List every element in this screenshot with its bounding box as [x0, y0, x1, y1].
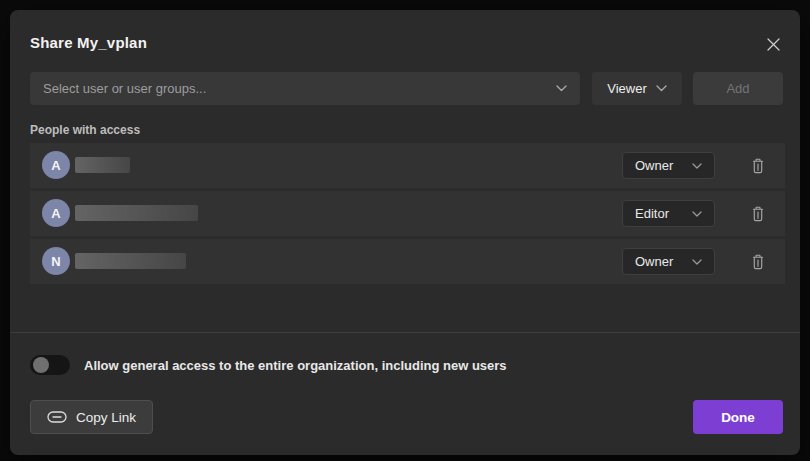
remove-person-button[interactable]: [743, 191, 773, 236]
chevron-down-icon: [692, 163, 702, 169]
row-role-dropdown[interactable]: Editor: [622, 200, 715, 227]
remove-person-button[interactable]: [743, 143, 773, 188]
chevron-down-icon: [556, 85, 567, 92]
chevron-down-icon: [656, 85, 667, 92]
people-list: A Owner A Editor: [30, 143, 785, 287]
user-select-placeholder: Select user or user groups...: [43, 81, 206, 96]
redacted-name: [75, 157, 130, 173]
trash-icon: [751, 254, 765, 270]
avatar: A: [42, 199, 70, 227]
person-row: A Editor: [30, 191, 785, 236]
redacted-name: [75, 253, 186, 269]
person-row: A Owner: [30, 143, 785, 188]
link-icon: [47, 411, 67, 423]
remove-person-button[interactable]: [743, 239, 773, 284]
divider: [10, 332, 800, 333]
row-role-value: Editor: [635, 206, 669, 221]
general-access-label: Allow general access to the entire organ…: [84, 358, 507, 373]
close-button[interactable]: [759, 30, 787, 58]
avatar: N: [42, 247, 70, 275]
add-button[interactable]: Add: [693, 72, 783, 105]
close-icon: [767, 38, 780, 51]
row-role-value: Owner: [635, 158, 673, 173]
chevron-down-icon: [692, 259, 702, 265]
copy-link-label: Copy Link: [76, 410, 136, 425]
row-role-dropdown[interactable]: Owner: [622, 152, 715, 179]
done-button[interactable]: Done: [693, 400, 783, 434]
toggle-knob: [33, 357, 49, 373]
copy-link-button[interactable]: Copy Link: [30, 400, 153, 434]
person-row: N Owner: [30, 239, 785, 284]
general-access-row: Allow general access to the entire organ…: [30, 354, 507, 376]
trash-icon: [751, 158, 765, 174]
avatar: A: [42, 151, 70, 179]
role-select-dropdown[interactable]: Viewer: [592, 72, 682, 105]
general-access-toggle[interactable]: [30, 355, 70, 375]
people-with-access-heading: People with access: [30, 123, 140, 137]
row-role-dropdown[interactable]: Owner: [622, 248, 715, 275]
share-dialog: Share My_vplan Select user or user group…: [10, 10, 800, 455]
dialog-title: Share My_vplan: [30, 34, 147, 51]
trash-icon: [751, 206, 765, 222]
user-select-input[interactable]: Select user or user groups...: [30, 72, 580, 105]
chevron-down-icon: [692, 211, 702, 217]
row-role-value: Owner: [635, 254, 673, 269]
redacted-name: [75, 205, 198, 221]
role-select-value: Viewer: [607, 81, 647, 96]
